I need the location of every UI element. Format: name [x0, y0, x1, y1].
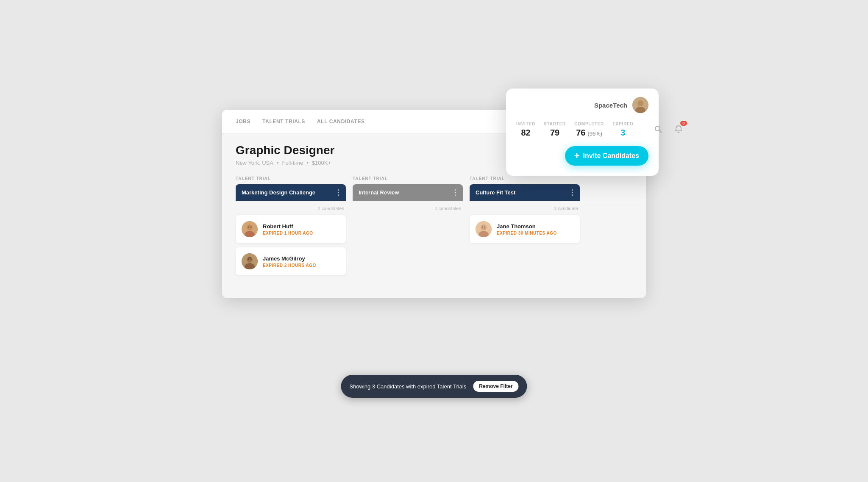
kanban-col-marketing: TALENT TRIAL Marketing Design Challenge … [236, 176, 346, 285]
candidate-card-robert[interactable]: Robert Huff EXPIRED 1 HOUR AGO [236, 215, 346, 243]
overlay-actions: 8 [651, 122, 686, 137]
candidate-name-james: James McGilroy [263, 255, 340, 262]
candidate-info-robert: Robert Huff EXPIRED 1 HOUR AGO [263, 223, 340, 235]
svg-point-13 [482, 227, 483, 227]
svg-point-16 [637, 100, 643, 106]
stat-invited: INVITED 82 [516, 122, 535, 138]
notification-badge: 8 [680, 121, 687, 126]
col-label-2: TALENT TRIAL [353, 176, 463, 181]
svg-line-19 [659, 130, 662, 133]
stats-row: INVITED 82 STARTED 79 COMPLETED 76 (96%)… [516, 122, 648, 138]
invite-button-label: Invite Candidates [583, 152, 639, 160]
svg-point-8 [248, 259, 249, 260]
candidate-status-robert: EXPIRED 1 HOUR AGO [263, 231, 340, 235]
stat-value-completed: 76 [576, 128, 585, 138]
job-type: Full-time [282, 160, 303, 166]
col-title-culture: Culture Fit Test [476, 189, 515, 196]
job-location: New York, USA [236, 160, 273, 166]
col-label-1: TALENT TRIAL [236, 176, 346, 181]
stat-percent-completed: (96%) [587, 130, 602, 137]
col-header-marketing: Marketing Design Challenge [236, 184, 346, 201]
candidate-info-james: James McGilroy EXPIRED 2 HOURS AGO [263, 255, 340, 268]
col-label-3: TALENT TRIAL [470, 176, 580, 181]
stat-label-started: STARTED [544, 122, 566, 126]
stat-label-completed: COMPLETED [574, 122, 604, 126]
candidate-count-internal: 0 candidates [353, 206, 463, 215]
nav-jobs[interactable]: JOBS [236, 119, 250, 125]
col-menu-marketing[interactable] [337, 188, 340, 197]
job-salary: $100K+ [312, 160, 331, 166]
nav-talent-trials[interactable]: TALENT TRIALS [262, 119, 305, 125]
overlay-company-name: SpaceTech [594, 102, 627, 109]
svg-point-1 [247, 224, 253, 230]
invite-candidates-button[interactable]: + Invite Candidates [565, 146, 648, 166]
svg-point-3 [248, 227, 249, 228]
col-title-internal: Internal Review [359, 189, 399, 196]
col-body-culture: 1 candidate [470, 201, 580, 252]
nav-all-candidates[interactable]: ALL CANDIDATES [317, 119, 365, 125]
svg-point-4 [250, 227, 252, 228]
candidate-card-james[interactable]: James McGilroy EXPIRED 2 HOURS AGO [236, 247, 346, 275]
col-menu-culture[interactable] [571, 188, 574, 197]
stat-started: STARTED 79 [544, 122, 566, 138]
remove-filter-button[interactable]: Remove Filter [473, 381, 518, 392]
overlay-stats-card: SpaceTech INVITED 82 STARTED 79 COMPLETE… [506, 89, 659, 176]
candidate-card-jane[interactable]: Jane Thomson EXPIRED 30 MINUTES AGO [470, 215, 580, 243]
kanban-col-internal: TALENT TRIAL Internal Review 0 candidate… [353, 176, 463, 285]
kanban-col-culture: TALENT TRIAL Culture Fit Test 1 candidat… [470, 176, 580, 285]
toast-message: Showing 3 Candidates with expired Talent… [349, 383, 466, 390]
stat-label-invited: INVITED [516, 122, 535, 126]
col-header-internal: Internal Review [353, 184, 463, 201]
col-header-culture: Culture Fit Test [470, 184, 580, 201]
stat-value-expired: 3 [620, 128, 625, 138]
candidate-status-james: EXPIRED 2 HOURS AGO [263, 263, 340, 268]
stat-label-expired: EXPIRED [612, 122, 634, 126]
candidate-name-jane: Jane Thomson [497, 223, 574, 230]
stat-completed: COMPLETED 76 (96%) [574, 122, 604, 138]
svg-point-11 [481, 224, 487, 230]
svg-point-9 [250, 259, 252, 260]
col-title-marketing: Marketing Design Challenge [242, 189, 315, 196]
col-menu-internal[interactable] [454, 188, 457, 197]
nav-links: JOBS TALENT TRIALS ALL CANDIDATES [236, 119, 365, 125]
toast-notification: Showing 3 Candidates with expired Talent… [341, 375, 527, 398]
candidate-count-marketing: 2 candidates [236, 206, 346, 215]
svg-point-14 [484, 227, 485, 227]
overlay-header: SpaceTech [516, 97, 648, 113]
avatar-james [242, 253, 258, 269]
col-body-marketing: 2 candidates [236, 201, 346, 285]
candidate-name-robert: Robert Huff [263, 223, 340, 230]
stat-value-invited: 82 [521, 128, 530, 138]
candidate-count-culture: 1 candidate [470, 206, 580, 215]
stat-expired: EXPIRED 3 [612, 122, 634, 138]
notifications-button[interactable]: 8 [671, 122, 686, 137]
search-button[interactable] [651, 122, 666, 137]
invite-plus-icon: + [574, 151, 580, 161]
avatar-robert [242, 221, 258, 237]
kanban-board: TALENT TRIAL Marketing Design Challenge … [222, 173, 646, 298]
candidate-info-jane: Jane Thomson EXPIRED 30 MINUTES AGO [497, 223, 574, 235]
avatar-jane [476, 221, 492, 237]
stat-value-started: 79 [550, 128, 559, 138]
user-avatar[interactable] [632, 97, 648, 113]
col-body-internal: 0 candidates [353, 201, 463, 220]
candidate-status-jane: EXPIRED 30 MINUTES AGO [497, 231, 574, 235]
